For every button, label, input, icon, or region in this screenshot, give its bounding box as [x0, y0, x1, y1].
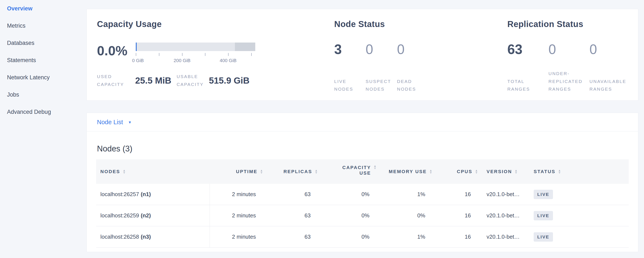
sort-icon[interactable]: ▲▼ — [260, 169, 264, 174]
memory-use-cell: 1% — [377, 226, 433, 247]
capacity-bar-reserved-segment — [235, 43, 255, 51]
status-badge: LIVE — [534, 190, 553, 199]
capacity-usage-section: Capacity Usage 0.0% 0 GiB 200 GiB 400 — [97, 9, 330, 88]
node-status-title: Node Status — [334, 19, 453, 29]
nodes-count-heading: Nodes (3) — [97, 144, 638, 153]
sort-icon[interactable]: ▲▼ — [123, 169, 126, 174]
sort-icon[interactable]: ▲▼ — [429, 169, 433, 174]
cpus-cell: 16 — [433, 226, 478, 247]
sidebar: Overview Metrics Databases Statements Ne… — [0, 0, 86, 258]
table-row-node-1[interactable]: localhost:26257(n1) 2 minutes 63 0% 1% 1… — [96, 184, 629, 205]
axis-label-200: 200 GiB — [174, 58, 190, 63]
version-cell: v20.1.0-bet… — [478, 205, 532, 226]
memory-use-cell: 0% — [377, 205, 433, 226]
capacity-bar-chart: 0 GiB 200 GiB 400 GiB — [136, 43, 255, 63]
nodes-table-header: NODES▲▼ UPTIME▲▼ REPLICAS▲▼ CAPACITY USE… — [96, 159, 629, 184]
node-id: (n1) — [141, 191, 151, 198]
column-header-replicas[interactable]: REPLICAS▲▼ — [264, 159, 318, 184]
sidebar-item-jobs[interactable]: Jobs — [7, 91, 86, 109]
column-header-cpus[interactable]: CPUS▲▼ — [433, 159, 478, 184]
table-row-node-3[interactable]: localhost:26258(n3) 2 minutes 63 0% 1% 1… — [96, 226, 629, 247]
node-list-dropdown[interactable]: Node List ▼ — [87, 113, 638, 132]
capacity-use-cell: 0% — [318, 205, 377, 226]
node-list-panel: Node List ▼ Nodes (3) NODES▲▼ UPTIME▲▼ R… — [86, 113, 638, 252]
sidebar-item-network-latency[interactable]: Network Latency — [7, 74, 86, 91]
table-row-node-2[interactable]: localhost:26259(n2) 2 minutes 63 0% 0% 1… — [96, 205, 629, 226]
replication-status-title: Replication Status — [507, 19, 635, 29]
status-badge: LIVE — [534, 211, 553, 220]
replicas-cell: 63 — [264, 226, 318, 247]
sidebar-item-overview[interactable]: Overview — [7, 5, 86, 23]
used-capacity-value: 25.5 MiB — [135, 75, 171, 86]
column-header-capacity-use[interactable]: CAPACITY USE▲▼ — [318, 159, 377, 184]
total-ranges-stat: 63 TOTAL RANGES — [507, 43, 535, 93]
uptime-cell: 2 minutes — [210, 184, 264, 205]
cpus-cell: 16 — [433, 205, 478, 226]
column-header-memory-use[interactable]: MEMORY USE▲▼ — [377, 159, 433, 184]
under-replicated-ranges-stat: 0 UNDER-REPLICATED RANGES — [548, 43, 586, 93]
node-address: localhost:26257 — [100, 191, 139, 198]
capacity-used-percent: 0.0% — [97, 43, 136, 58]
capacity-use-cell: 0% — [318, 184, 377, 205]
replicas-cell: 63 — [264, 184, 318, 205]
sort-icon[interactable]: ▲▼ — [475, 169, 478, 174]
usable-capacity-value: 515.9 GiB — [209, 75, 249, 86]
node-id: (n3) — [141, 233, 151, 240]
node-id: (n2) — [141, 212, 151, 219]
unavailable-ranges-stat: 0 UNAVAILABLE RANGES — [590, 43, 635, 93]
node-status-section: Node Status 3 LIVE NODES 0 SUSPECT NODES… — [334, 9, 453, 93]
version-cell: v20.1.0-bet… — [478, 226, 532, 247]
capacity-axis: 0 GiB 200 GiB 400 GiB — [136, 51, 255, 63]
replication-status-section: Replication Status 63 TOTAL RANGES 0 UND… — [507, 9, 635, 93]
cpus-cell: 16 — [433, 184, 478, 205]
memory-use-cell: 1% — [377, 184, 433, 205]
column-header-nodes[interactable]: NODES▲▼ — [96, 159, 210, 184]
sidebar-item-databases[interactable]: Databases — [7, 40, 86, 57]
node-address: localhost:26258 — [100, 233, 139, 240]
node-list-dropdown-label: Node List — [97, 119, 123, 126]
sidebar-item-metrics[interactable]: Metrics — [7, 23, 86, 40]
status-badge: LIVE — [534, 232, 553, 242]
sidebar-item-statements[interactable]: Statements — [7, 57, 86, 74]
usable-capacity-label: USABLE CAPACITY — [176, 73, 209, 88]
column-header-uptime[interactable]: UPTIME▲▼ — [210, 159, 264, 184]
capacity-usage-title: Capacity Usage — [97, 19, 330, 29]
axis-label-400: 400 GiB — [220, 58, 236, 63]
capacity-use-cell: 0% — [318, 226, 377, 247]
sort-icon[interactable]: ▲▼ — [514, 169, 518, 174]
axis-label-0: 0 GiB — [132, 58, 144, 63]
cluster-summary-panel: Capacity Usage 0.0% 0 GiB 200 GiB 400 — [86, 9, 638, 101]
capacity-bar — [136, 43, 255, 51]
used-capacity-label: USED CAPACITY — [97, 73, 129, 88]
capacity-bar-used-segment — [136, 43, 137, 51]
sort-icon[interactable]: ▲▼ — [558, 169, 562, 174]
suspect-nodes-stat: 0 SUSPECT NODES — [366, 43, 390, 93]
uptime-cell: 2 minutes — [210, 205, 264, 226]
sort-icon[interactable]: ▲▼ — [315, 169, 318, 174]
sidebar-item-advanced-debug[interactable]: Advanced Debug — [7, 109, 86, 126]
dead-nodes-stat: 0 DEAD NODES — [397, 43, 422, 93]
node-address: localhost:26259 — [100, 212, 139, 219]
replicas-cell: 63 — [264, 205, 318, 226]
nodes-table: NODES▲▼ UPTIME▲▼ REPLICAS▲▼ CAPACITY USE… — [96, 159, 629, 247]
sort-icon[interactable]: ▲▼ — [374, 165, 377, 170]
column-header-status[interactable]: STATUS▲▼ — [532, 159, 629, 184]
version-cell: v20.1.0-bet… — [478, 184, 532, 205]
column-header-version[interactable]: VERSION▲▼ — [478, 159, 532, 184]
live-nodes-stat: 3 LIVE NODES — [334, 43, 359, 93]
uptime-cell: 2 minutes — [210, 226, 264, 247]
chevron-down-icon: ▼ — [128, 120, 132, 125]
